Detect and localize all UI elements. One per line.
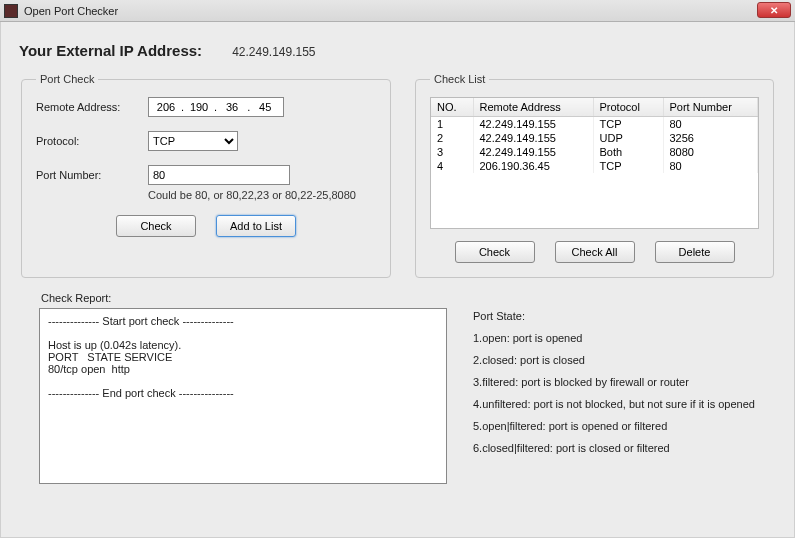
check-list-table-wrap[interactable]: NO. Remote Address Protocol Port Number … (430, 97, 759, 229)
port-number-hint: Could be 80, or 80,22,23 or 80,22-25,808… (148, 189, 376, 201)
ip-octet-4[interactable] (252, 100, 278, 114)
port-number-label: Port Number: (36, 169, 148, 181)
app-icon (4, 4, 18, 18)
protocol-label: Protocol: (36, 135, 148, 147)
check-list-group: Check List NO. Remote Address Protocol P… (415, 73, 774, 278)
check-list-table: NO. Remote Address Protocol Port Number … (431, 98, 758, 173)
state-line: 2.closed: port is closed (473, 354, 776, 366)
external-ip-value: 42.249.149.155 (232, 45, 315, 59)
checklist-delete-button[interactable]: Delete (655, 241, 735, 263)
ip-octet-2[interactable] (186, 100, 212, 114)
ip-octet-3[interactable] (219, 100, 245, 114)
protocol-select[interactable]: TCP (148, 131, 238, 151)
col-addr[interactable]: Remote Address (473, 98, 593, 117)
port-state-label: Port State: (473, 310, 776, 322)
port-number-input[interactable] (148, 165, 290, 185)
titlebar: Open Port Checker ✕ (0, 0, 795, 22)
remote-address-input[interactable]: . . . (148, 97, 284, 117)
table-row[interactable]: 342.249.149.155Both8080 (431, 145, 758, 159)
window-title: Open Port Checker (24, 5, 118, 17)
state-line: 1.open: port is opened (473, 332, 776, 344)
state-line: 6.closed|filtered: port is closed or fil… (473, 442, 776, 454)
table-row[interactable]: 242.249.149.155UDP3256 (431, 131, 758, 145)
checklist-check-button[interactable]: Check (455, 241, 535, 263)
state-line: 3.filtered: port is blocked by firewall … (473, 376, 776, 388)
remote-address-label: Remote Address: (36, 101, 148, 113)
content-panel: Your External IP Address: 42.249.149.155… (0, 22, 795, 538)
col-no[interactable]: NO. (431, 98, 473, 117)
table-row[interactable]: 4206.190.36.45TCP80 (431, 159, 758, 173)
table-row[interactable]: 142.249.149.155TCP80 (431, 117, 758, 132)
check-list-legend: Check List (430, 73, 489, 85)
check-button[interactable]: Check (116, 215, 196, 237)
col-port[interactable]: Port Number (663, 98, 758, 117)
state-line: 4.unfiltered: port is not blocked, but n… (473, 398, 776, 410)
close-icon: ✕ (770, 5, 778, 16)
port-check-group: Port Check Remote Address: . . . Protoco… (21, 73, 391, 278)
checklist-checkall-button[interactable]: Check All (555, 241, 635, 263)
port-check-legend: Port Check (36, 73, 98, 85)
check-report-label: Check Report: (41, 292, 776, 304)
check-report-textarea[interactable] (39, 308, 447, 484)
col-proto[interactable]: Protocol (593, 98, 663, 117)
add-to-list-button[interactable]: Add to List (216, 215, 296, 237)
port-state-info: Port State: 1.open: port is opened 2.clo… (473, 308, 776, 484)
ip-octet-1[interactable] (153, 100, 179, 114)
external-ip-row: Your External IP Address: 42.249.149.155 (19, 42, 776, 59)
close-button[interactable]: ✕ (757, 2, 791, 18)
state-line: 5.open|filtered: port is opened or filte… (473, 420, 776, 432)
external-ip-label: Your External IP Address: (19, 42, 202, 59)
